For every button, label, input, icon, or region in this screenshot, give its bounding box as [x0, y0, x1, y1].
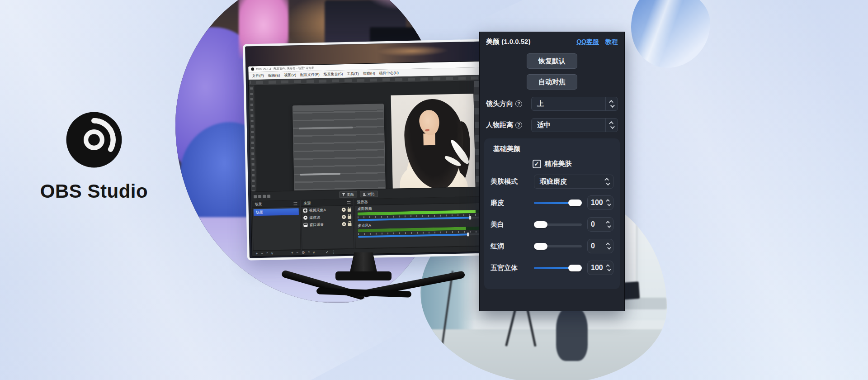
add-icon[interactable]: + — [256, 252, 258, 256]
mixer-dock: 混音器 桌面音频 麦克风A — [354, 196, 484, 249]
visibility-eye-icon[interactable] — [342, 207, 346, 211]
menu-edit[interactable]: 编辑(E) — [268, 72, 280, 78]
lens-direction-row: 镜头方向 ? 上 — [486, 97, 618, 111]
qq-support-link[interactable]: QQ客服 — [576, 38, 599, 46]
value-spinbox[interactable]: 0 — [587, 217, 613, 232]
photo-collage-top-right — [631, 0, 710, 68]
slider-thumb[interactable] — [568, 265, 582, 271]
autofocus-button[interactable]: 自动对焦 — [527, 74, 577, 90]
more-icon[interactable]: ⋮ — [332, 250, 335, 254]
sources-dock-title: 来源 — [303, 201, 311, 206]
chevron-down-icon[interactable] — [607, 202, 611, 206]
obs-docks: 场景 场景 来源 视频采集A — [251, 196, 485, 251]
value-spinbox[interactable]: 100 — [587, 261, 613, 275]
window-capture-icon — [303, 223, 307, 227]
remove-icon[interactable]: − — [261, 252, 263, 255]
chevron-down-icon[interactable] — [607, 246, 611, 249]
value-spinbox[interactable]: 0 — [587, 239, 613, 253]
mixer-dock-title: 混音器 — [357, 200, 368, 205]
preview-area — [249, 75, 484, 192]
slider-thumb[interactable] — [568, 200, 582, 206]
smoothing-slider-row: 磨皮 100 — [491, 195, 613, 210]
monitor: OBS 29.1.3 - 配置文件: 未命名 - 场景: 未命名 文件(F) 编… — [243, 39, 491, 260]
menu-plugin-center[interactable]: 插件中心(U) — [379, 70, 399, 76]
obs-window: OBS 29.1.3 - 配置文件: 未命名 - 场景: 未命名 文件(F) 编… — [248, 62, 486, 256]
menu-file[interactable]: 文件(F) — [252, 73, 264, 78]
move-up-icon[interactable]: ^ — [266, 252, 268, 255]
slider-thumb[interactable] — [534, 221, 547, 228]
move-down-icon[interactable]: v — [313, 251, 315, 254]
lens-direction-select[interactable]: 上 — [531, 97, 618, 111]
move-down-icon[interactable]: v — [271, 252, 273, 255]
sources-dock: 来源 视频采集A 媒体源 — [301, 199, 354, 250]
help-icon[interactable]: ? — [515, 122, 522, 128]
compare-button[interactable]: 对比 — [360, 191, 378, 198]
subject-distance-row: 人物距离 ? 适中 — [486, 118, 618, 132]
settings-icon[interactable]: ⚙ — [302, 251, 305, 254]
brand-name: OBS Studio — [22, 180, 166, 202]
visibility-eye-icon[interactable] — [342, 214, 346, 218]
obs-branding: OBS Studio — [22, 111, 166, 202]
beauty-toggle-button[interactable]: 美颜 — [339, 191, 357, 198]
remove-icon[interactable]: − — [296, 251, 298, 255]
help-icon[interactable]: ? — [515, 100, 522, 107]
dock-mini-icons — [254, 195, 270, 198]
slider-track[interactable] — [534, 267, 582, 269]
restore-defaults-button[interactable]: 恢复默认 — [527, 53, 577, 69]
obs-logo-icon — [65, 111, 123, 169]
facial-depth-slider-row: 五官立体 100 — [491, 260, 613, 276]
split-view-icon — [363, 193, 366, 196]
menu-scene-collection[interactable]: 场景集合(S) — [324, 71, 343, 77]
monitor-stand — [335, 271, 392, 280]
portrait-photo — [391, 94, 477, 195]
panel-title: 美颜 (1.0.0.52) — [486, 38, 530, 46]
mixer-channel: 桌面音频 — [355, 203, 484, 223]
section-title: 基础美颜 — [489, 143, 615, 158]
checkbox-check-icon: ✓ — [533, 160, 541, 168]
value-spinbox[interactable]: 100 — [587, 195, 613, 210]
menu-view[interactable]: 视图(V) — [284, 72, 296, 78]
menu-tools[interactable]: 工具(T) — [347, 71, 359, 76]
editor-floating-panel — [292, 104, 386, 196]
editor-canvas — [255, 81, 484, 191]
menu-profile[interactable]: 配置文件(P) — [300, 72, 320, 77]
lock-icon[interactable] — [348, 223, 351, 226]
source-item[interactable]: 窗口采集 — [302, 220, 353, 228]
skin-mode-select[interactable]: 瑕疵磨皮 — [534, 175, 613, 189]
dock-menu-icon[interactable] — [293, 202, 297, 205]
skin-mode-row: 美肤模式 瑕疵磨皮 — [491, 175, 613, 189]
check-icon[interactable]: ✓ — [326, 250, 329, 254]
whitening-slider-row: 美白 0 — [491, 217, 613, 232]
beauty-plugin-panel: 美颜 (1.0.0.52) QQ客服 教程 恢复默认 自动对焦 镜头方向 ? 上 — [479, 32, 625, 311]
chevron-down-icon[interactable] — [607, 224, 611, 228]
lock-icon[interactable] — [348, 215, 351, 218]
scene-item-selected[interactable]: 场景 — [254, 208, 299, 216]
rosy-slider-row: 红润 0 — [491, 238, 613, 254]
obs-window-title: OBS 29.1.3 - 配置文件: 未命名 - 场景: 未命名 — [256, 66, 314, 71]
dock-menu-icon[interactable] — [347, 201, 350, 204]
basic-beauty-section: 基础美颜 ✓ 精准美肤 美肤模式 瑕疵磨皮 磨皮 — [484, 138, 620, 289]
slider-track[interactable] — [534, 202, 582, 204]
lock-icon[interactable] — [348, 208, 351, 211]
scenes-dock-title: 场景 — [255, 202, 262, 207]
move-up-icon[interactable]: ^ — [308, 251, 310, 254]
slider-track[interactable] — [534, 245, 582, 247]
scenes-dock: 场景 场景 — [252, 200, 301, 251]
obs-titlebar-icon — [251, 67, 254, 71]
desktop-wallpaper: OBS Studio OBS 29.1.3 - 配置文件: 未命名 - 场景: … — [0, 0, 868, 380]
funnel-icon — [342, 193, 345, 196]
subject-distance-select[interactable]: 适中 — [531, 118, 618, 132]
slider-thumb[interactable] — [534, 243, 547, 250]
camera-icon — [303, 208, 307, 212]
chevron-down-icon[interactable] — [607, 267, 611, 271]
menu-help[interactable]: 帮助(H) — [363, 71, 375, 76]
precise-skin-checkbox[interactable]: ✓ 精准美肤 — [489, 160, 615, 168]
mixer-channel: 麦克风A — [355, 220, 484, 239]
add-icon[interactable]: + — [291, 251, 293, 255]
tutorial-link[interactable]: 教程 — [605, 38, 618, 46]
visibility-eye-icon[interactable] — [342, 222, 346, 226]
media-icon — [303, 215, 307, 219]
monitor-screen: OBS 29.1.3 - 配置文件: 未命名 - 场景: 未命名 文件(F) 编… — [245, 42, 488, 258]
slider-track[interactable] — [534, 223, 582, 226]
